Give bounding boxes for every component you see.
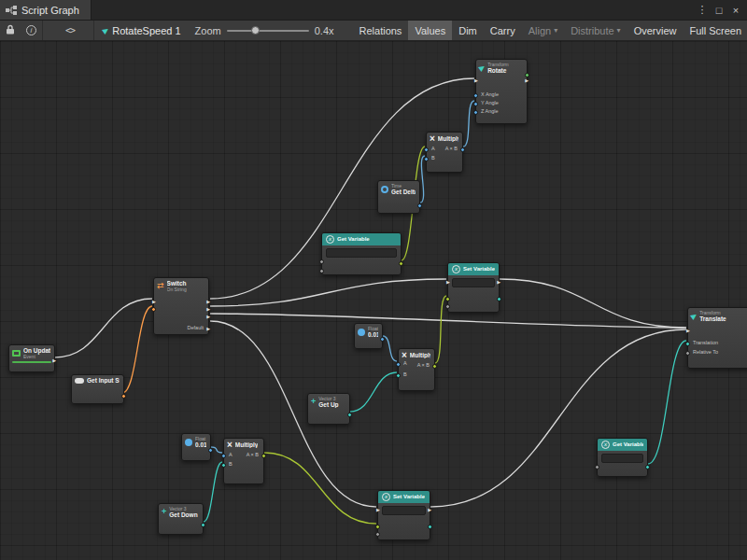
zoom-slider[interactable]	[227, 30, 309, 32]
tab-script-graph[interactable]: Script Graph	[0, 0, 92, 20]
value-port[interactable]	[595, 465, 599, 469]
node-float-2[interactable]: Float0.01	[181, 433, 211, 461]
value-port[interactable]	[380, 337, 385, 342]
node-vector3-get-down[interactable]: +Vector 3Get Down	[158, 503, 204, 535]
value-port[interactable]	[221, 463, 226, 468]
value-port[interactable]	[221, 454, 226, 458]
graph-canvas[interactable]: ▶TransformRotate▶▶X AngleY AngleZ Angle×…	[0, 41, 747, 560]
value-port[interactable]	[424, 157, 429, 161]
value-port[interactable]	[319, 269, 324, 273]
flow-port[interactable]: ▶	[525, 78, 529, 83]
menu-icon[interactable]: ⋮	[694, 2, 711, 19]
node-vector3-get-up[interactable]: +Vector 3Get Up	[307, 393, 350, 425]
flow-port[interactable]: ▶	[206, 300, 210, 304]
graph-pointer-icon: ▶	[101, 25, 110, 35]
value-port[interactable]	[121, 394, 126, 399]
node-title: 0.01	[195, 441, 206, 448]
value-port[interactable]	[445, 297, 450, 301]
port-label: A × B	[247, 452, 259, 457]
inspect-button[interactable]: i	[21, 21, 42, 41]
toolbar-button-relations[interactable]: Relations	[353, 21, 409, 41]
variable-field[interactable]	[601, 454, 643, 463]
value-port[interactable]	[399, 261, 403, 266]
toolbar-button-carry[interactable]: Carry	[484, 21, 522, 41]
toolbar-button-values[interactable]: Values	[408, 21, 452, 41]
value-port[interactable]	[396, 373, 401, 378]
value-port[interactable]	[428, 525, 432, 529]
close-icon[interactable]: ×	[727, 2, 744, 19]
lock-button[interactable]	[0, 21, 21, 41]
node-subtitle: On String	[167, 287, 187, 292]
node-set-variable-1[interactable]: xSet Variable▶▶	[447, 262, 500, 313]
flow-port[interactable]: ▶	[376, 508, 380, 512]
graph-reference[interactable]: ▶ RotateSpeed 1	[94, 25, 190, 36]
value-port[interactable]	[201, 523, 205, 527]
value-port[interactable]	[685, 351, 690, 356]
value-port[interactable]	[685, 342, 690, 346]
flow-port[interactable]: ▶	[52, 358, 56, 363]
flow-port[interactable]: ▶	[428, 508, 431, 512]
value-port[interactable]	[375, 532, 380, 537]
value-port[interactable]	[208, 448, 213, 453]
flow-port[interactable]: ▶	[206, 327, 210, 331]
flow-port[interactable]: ▶	[497, 280, 500, 285]
node-multiply-3[interactable]: ×MultiplyAA × BB	[223, 438, 264, 484]
value-port[interactable]	[151, 307, 156, 312]
multiply-icon: ×	[402, 351, 407, 359]
value-port[interactable]	[319, 259, 324, 264]
value-port[interactable]	[396, 362, 401, 367]
value-port[interactable]	[445, 304, 450, 309]
value-port[interactable]	[473, 102, 478, 106]
tabbar-spacer	[92, 0, 694, 20]
flow-port[interactable]: ▶	[206, 307, 210, 312]
variable-icon: x	[452, 265, 460, 273]
node-set-variable-2[interactable]: xSet Variable▶▶	[377, 490, 430, 540]
flow-port[interactable]: ▶	[152, 300, 156, 304]
toolbar-button-full-screen[interactable]: Full Screen	[683, 21, 747, 41]
toolbar-button-distribute[interactable]: Distribute▾	[564, 21, 627, 41]
flow-port[interactable]: ▶	[474, 78, 478, 83]
zoom-slider-handle[interactable]	[251, 26, 260, 35]
value-port[interactable]	[417, 203, 422, 208]
code-view-button[interactable]: <>	[60, 21, 80, 41]
value-port[interactable]	[473, 110, 478, 115]
variable-field[interactable]	[452, 278, 495, 287]
variable-field[interactable]	[382, 506, 426, 515]
node-get-variable-2[interactable]: xGet Variable	[597, 438, 648, 477]
node-rotate[interactable]: ▶TransformRotate▶▶X AngleY AngleZ Angle	[475, 59, 528, 124]
value-port[interactable]	[497, 297, 501, 301]
value-port[interactable]	[460, 147, 465, 152]
node-get-delta-time[interactable]: TimeGet Delta Time	[377, 180, 420, 214]
zoom-value: 0.4x	[315, 25, 334, 36]
float-icon	[185, 439, 192, 446]
flow-port[interactable]: ▶	[446, 280, 450, 285]
node-on-update[interactable]: On UpdateEvent▶	[8, 344, 55, 372]
value-port[interactable]	[347, 413, 352, 417]
flow-port[interactable]: ▶	[206, 315, 210, 319]
value-port[interactable]	[645, 465, 650, 469]
value-port[interactable]	[473, 93, 478, 98]
value-port[interactable]	[375, 525, 380, 529]
graph-name: RotateSpeed 1	[112, 25, 180, 36]
node-multiply-1[interactable]: ×MultiplyAA × BB	[426, 132, 463, 173]
toolbar-button-overview[interactable]: Overview	[627, 21, 684, 41]
node-get-input-string[interactable]: Get Input Strin	[71, 374, 124, 404]
value-port[interactable]	[424, 147, 429, 152]
toolbar-button-align[interactable]: Align▾	[522, 21, 564, 41]
node-switch-on-string[interactable]: ⇄SwitchOn String▶▶▶▶▶Default	[153, 277, 209, 335]
script-graph-window: Script Graph ⋮ □ × i <> ▶ RotateSpeed 1 …	[0, 0, 747, 560]
value-port[interactable]	[432, 364, 437, 369]
node-title: Translate	[699, 315, 726, 322]
value-port[interactable]	[261, 454, 266, 458]
pointer-icon: ▶	[689, 311, 698, 321]
flow-port[interactable]: ▶	[686, 329, 690, 333]
node-multiply-2[interactable]: ×MultiplyAA × BB	[398, 348, 435, 391]
node-float-1[interactable]: Float0.01	[354, 323, 383, 349]
node-translate[interactable]: ▶TransformTranslate▶TranslationRelative …	[687, 307, 747, 369]
toolbar-button-label: Carry	[490, 25, 515, 36]
monitor-icon	[12, 350, 21, 357]
node-get-variable-1[interactable]: xGet Variable	[321, 232, 402, 275]
variable-field[interactable]	[326, 248, 397, 258]
toolbar-button-dim[interactable]: Dim	[452, 21, 484, 41]
maximize-icon[interactable]: □	[711, 2, 727, 19]
